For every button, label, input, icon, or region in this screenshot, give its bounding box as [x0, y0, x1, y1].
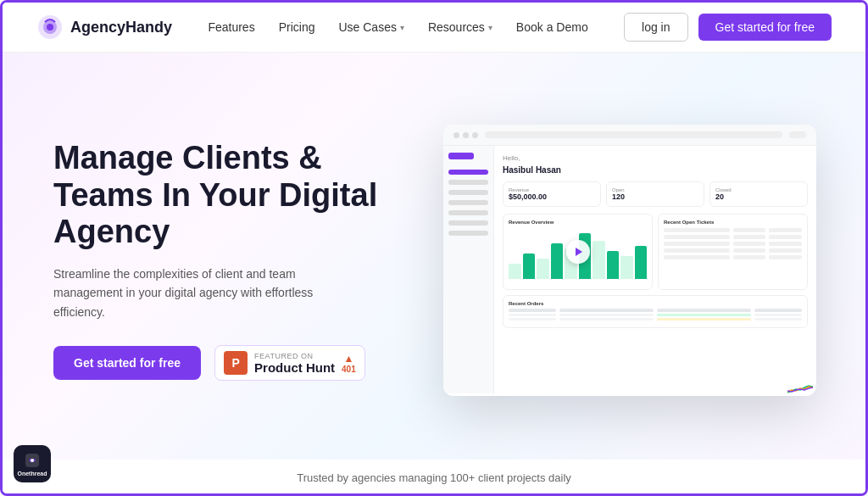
product-hunt-text: FEATURED ON Product Hunt [254, 352, 335, 375]
tickets-title: Recent Open Tickets [664, 220, 802, 225]
onethread-badge[interactable]: Onethread [14, 445, 51, 482]
hero-actions: Get started for free P FEATURED ON Produ… [53, 345, 409, 381]
orders-title: Recent Orders [509, 301, 802, 306]
mockup-body: Hello, Hasibul Hasan Revenue $50,000.00 … [443, 146, 816, 393]
nav-use-cases[interactable]: Use Cases ▾ [338, 20, 403, 34]
onethread-label: Onethread [17, 471, 47, 476]
onethread-icon [24, 452, 41, 469]
ticket-cell-14 [733, 255, 766, 259]
hero-section: Manage Clients & Teams In Your Digital A… [3, 53, 865, 460]
dot-2 [463, 132, 469, 138]
sidebar-item-2 [448, 190, 488, 195]
bar-7 [593, 241, 605, 279]
col-3 [657, 309, 751, 312]
svg-point-2 [47, 24, 53, 31]
charts-row: Revenue Overview [503, 214, 808, 290]
ticket-cell-4 [664, 235, 730, 239]
revenue-chart-title: Revenue Overview [509, 220, 647, 225]
login-button[interactable]: log in [624, 13, 687, 42]
col-4 [754, 309, 802, 312]
nav-pricing[interactable]: Pricing [279, 20, 315, 34]
brand-logo[interactable]: AgencyHandy [36, 14, 172, 41]
bar-10 [635, 246, 648, 279]
nav-resources[interactable]: Resources ▾ [428, 20, 492, 34]
get-started-nav-button[interactable]: Get started for free [698, 14, 832, 41]
stat-closed-value: 20 [715, 192, 802, 201]
upvote-arrow-icon: ▲ [343, 353, 353, 365]
order-cell-7 [657, 318, 751, 320]
get-started-hero-button[interactable]: Get started for free [53, 346, 201, 380]
ticket-row-5 [664, 255, 802, 259]
orders-header [509, 309, 802, 312]
dot-1 [453, 132, 459, 138]
product-hunt-name: Product Hunt [254, 360, 335, 375]
mockup-sidebar [443, 146, 494, 393]
bar-2 [523, 254, 536, 279]
nav-features[interactable]: Features [208, 20, 254, 34]
stats-row: Revenue $50,000.00 Open 120 [503, 181, 808, 207]
ticket-cell-3 [769, 228, 802, 232]
ticket-cell-8 [733, 242, 766, 246]
stat-revenue-value: $50,000.00 [509, 192, 595, 201]
sidebar-item-4 [448, 210, 488, 215]
svg-point-5 [31, 459, 34, 462]
ticket-cell-2 [733, 228, 766, 232]
brand-icon [36, 14, 64, 41]
play-icon [576, 248, 582, 256]
ticket-cell-11 [733, 248, 766, 253]
stat-closed: Closed 20 [709, 181, 808, 207]
ticket-row-2 [664, 235, 802, 239]
nav-book-demo[interactable]: Book a Demo [516, 20, 588, 34]
hero-content: Manage Clients & Teams In Your Digital A… [53, 140, 409, 381]
sidebar-item-dashboard [448, 170, 488, 175]
window-controls [453, 132, 478, 138]
mockup-main: Hello, Hasibul Hasan Revenue $50,000.00 … [494, 146, 816, 393]
navbar: AgencyHandy Features Pricing Use Cases ▾… [3, 3, 865, 53]
bar-3 [537, 259, 549, 279]
hero-subtitle: Streamline the complexities of client an… [53, 265, 342, 321]
nav-actions: log in Get started for free [624, 13, 832, 42]
product-hunt-badge[interactable]: P FEATURED ON Product Hunt ▲ 401 [214, 345, 365, 381]
bar-4 [551, 243, 564, 279]
product-hunt-label: FEATURED ON [254, 352, 335, 360]
nav-links: Features Pricing Use Cases ▾ Resources ▾… [208, 20, 587, 34]
order-cell-5 [509, 318, 556, 320]
ticket-row-1 [664, 228, 802, 232]
ticket-cell-7 [664, 242, 730, 246]
col-2 [559, 309, 654, 312]
sidebar-item-1 [448, 180, 488, 185]
resources-chevron: ▾ [488, 23, 492, 32]
bar-9 [620, 256, 633, 279]
sidebar-item-3 [448, 200, 488, 205]
stat-revenue: Revenue $50,000.00 [503, 181, 601, 207]
sidebar-logo [448, 153, 474, 159]
dot-3 [472, 132, 478, 138]
ticket-cell-15 [769, 255, 802, 259]
dashboard-greeting: Hello, [503, 154, 808, 162]
trusted-section: Trusted by agencies managing 100+ client… [3, 460, 865, 496]
stat-open-value: 120 [612, 192, 698, 201]
trusted-label: Trusted by agencies managing 100+ client… [36, 471, 832, 484]
ticket-cell-13 [664, 255, 730, 259]
order-row-1 [509, 314, 802, 316]
play-button[interactable] [566, 240, 590, 264]
sidebar-item-6 [448, 231, 488, 236]
ticket-cell-1 [664, 228, 730, 232]
orders-area: Recent Orders [503, 295, 808, 328]
order-row-2 [509, 318, 802, 320]
ticket-cell-5 [733, 235, 766, 239]
bar-1 [509, 264, 521, 279]
hero-visual: Hello, Hasibul Hasan Revenue $50,000.00 … [443, 125, 816, 396]
order-cell-6 [559, 318, 654, 320]
mockup-header [443, 125, 816, 146]
revenue-chart-area: Revenue Overview [503, 214, 653, 290]
bar-8 [607, 251, 620, 279]
ticket-cell-6 [769, 235, 802, 239]
ticket-cell-10 [664, 248, 730, 253]
url-bar [485, 131, 782, 138]
brand-name: AgencyHandy [70, 19, 172, 36]
order-cell-8 [754, 318, 802, 320]
order-cell-4 [754, 314, 802, 316]
stat-open: Open 120 [606, 181, 704, 207]
order-cell-1 [509, 314, 556, 316]
